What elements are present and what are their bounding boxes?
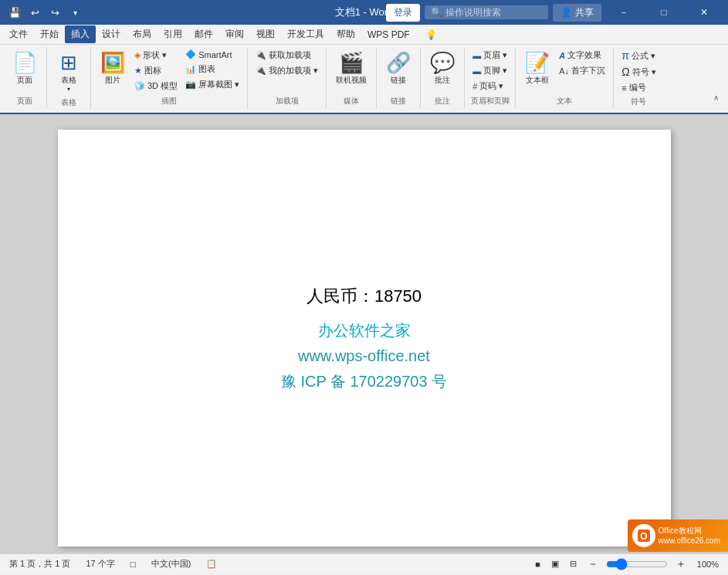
doc-line-website: www.wps-office.net	[281, 347, 447, 365]
equation-label: 公式 ▾	[631, 50, 655, 62]
3d-model-button[interactable]: 🧊 3D 模型	[131, 79, 181, 93]
comment-button[interactable]: 💬 批注	[425, 48, 459, 89]
picture-button[interactable]: 🖼️ 图片	[96, 48, 130, 89]
menu-wps-pdf[interactable]: WPS PDF	[361, 27, 416, 42]
page-info[interactable]: 第 1 页，共 1 页	[6, 558, 73, 570]
header-footer-group-title: 页眉和页脚	[471, 94, 510, 108]
textbox-label: 文本框	[526, 75, 549, 86]
ribbon-pages-items: 📄 页面	[8, 48, 42, 94]
zoom-in-button[interactable]: ＋	[672, 557, 689, 571]
restore-button[interactable]: □	[646, 0, 682, 25]
search-bar[interactable]: 🔍	[425, 5, 548, 19]
textbox-button[interactable]: 📝 文本框	[520, 48, 554, 89]
get-addins-button[interactable]: 🔌 获取加载项	[252, 48, 321, 63]
zoom-out-button[interactable]: －	[584, 557, 601, 571]
smartart-button[interactable]: 🔷 SmartArt	[182, 48, 242, 61]
menu-light-icon[interactable]: 💡	[419, 27, 443, 42]
view-print-button[interactable]: ■	[532, 560, 543, 569]
ribbon-group-links: 🔗 链接 链接	[377, 48, 421, 108]
share-button[interactable]: 👤 共享	[553, 4, 601, 22]
ribbon-comments-items: 💬 批注	[425, 48, 459, 94]
menu-review[interactable]: 审阅	[219, 25, 250, 43]
header-button[interactable]: ▬ 页眉 ▾	[469, 48, 510, 63]
menu-view[interactable]: 视图	[250, 25, 281, 43]
screenshot-button[interactable]: 📷 屏幕截图 ▾	[182, 77, 242, 92]
menu-help[interactable]: 帮助	[330, 25, 361, 43]
menu-file[interactable]: 文件	[3, 25, 34, 43]
shapes-icon: ◈	[134, 50, 141, 60]
save-button[interactable]: 💾	[6, 4, 23, 21]
illustrations-group-title: 插图	[161, 94, 177, 108]
menu-insert[interactable]: 插入	[65, 25, 96, 43]
numbering-button[interactable]: ≡ 编号	[618, 80, 659, 95]
title-bar-left: 💾 ↩ ↪ ▾	[6, 4, 83, 21]
equation-button[interactable]: π 公式 ▾	[618, 48, 659, 63]
office-logo-line1: Office教程网	[659, 526, 720, 536]
zoom-level[interactable]: 100%	[694, 560, 722, 569]
ribbon-collapse-button[interactable]: ∧	[709, 91, 722, 103]
minimize-button[interactable]: －	[606, 0, 642, 25]
wordart-button[interactable]: A 文字效果	[556, 48, 608, 63]
illustrations-col1: ◈ 形状 ▾ ★ 图标 🧊 3D 模型	[131, 48, 181, 93]
footer-button[interactable]: ▬ 页脚 ▾	[469, 63, 510, 78]
menu-references[interactable]: 引用	[157, 25, 188, 43]
menu-home[interactable]: 开始	[34, 25, 65, 43]
ribbon-media-items: 🎬 联机视频	[331, 48, 371, 94]
redo-button[interactable]: ↪	[46, 4, 63, 21]
close-button[interactable]: ✕	[686, 0, 722, 25]
ribbon-group-pages: 📄 页面 页面	[3, 48, 47, 108]
chart-icon: 📊	[185, 64, 196, 74]
share-icon: 👤	[560, 7, 572, 18]
table-icon: ⊞	[60, 51, 77, 75]
hyperlink-button[interactable]: 🔗 链接	[381, 48, 415, 89]
addins-group-title: 加载项	[276, 94, 299, 108]
document-page[interactable]: 人民币：18750 办公软件之家 www.wps-office.net 豫 IC…	[58, 130, 671, 546]
page-number-icon: #	[472, 82, 477, 91]
chart-label: 图表	[198, 63, 215, 75]
view-web-button[interactable]: ⊟	[567, 559, 580, 569]
illustrations-col2: 🔷 SmartArt 📊 图表 📷 屏幕截图 ▾	[182, 48, 242, 92]
menu-mailings[interactable]: 邮件	[188, 25, 219, 43]
icons-button[interactable]: ★ 图标	[131, 63, 181, 78]
status-bar: 第 1 页，共 1 页 17 个字 □ 中文(中国) 📋 ■ ▣ ⊟ － ＋ 1…	[0, 553, 728, 573]
screenshot-icon: 📷	[185, 79, 196, 90]
my-addins-button[interactable]: 🔌 我的加载项 ▾	[252, 63, 321, 78]
page-number-button[interactable]: # 页码 ▾	[469, 79, 510, 93]
view-read-button[interactable]: ▣	[548, 559, 562, 569]
menu-developer[interactable]: 开发工具	[281, 25, 330, 43]
zoom-slider[interactable]	[606, 558, 668, 570]
comment-icon: 💬	[430, 51, 455, 75]
title-bar-right: 登录 🔍 👤 共享 － □ ✕	[386, 0, 722, 25]
menu-design[interactable]: 设计	[96, 25, 127, 43]
table-button[interactable]: ⊞ 表格 ▾	[52, 48, 86, 96]
undo-button[interactable]: ↩	[26, 4, 43, 21]
ribbon-illustrations-items: 🖼️ 图片 ◈ 形状 ▾ ★ 图标 �	[96, 48, 242, 94]
status-left: 第 1 页，共 1 页 17 个字 □ 中文(中国) 📋	[6, 558, 220, 570]
header-label: 页眉 ▾	[483, 49, 507, 61]
my-addins-icon: 🔌	[256, 66, 266, 76]
doc-line-company: 办公软件之家	[281, 320, 447, 341]
page-button[interactable]: 📄 页面	[8, 48, 42, 89]
office-logo: O Office教程网 www.office26.com	[628, 519, 728, 552]
track-changes-icon[interactable]: 📋	[203, 559, 220, 569]
chart-button[interactable]: 📊 图表	[182, 62, 242, 76]
qat-more-button[interactable]: ▾	[66, 4, 83, 21]
dropcap-button[interactable]: A↓ 首字下沉	[556, 63, 608, 78]
menu-bar: 文件 开始 插入 设计 布局 引用 邮件 审阅 视图 开发工具 帮助 WPS P…	[0, 25, 728, 45]
numbering-icon: ≡	[621, 83, 626, 93]
ribbon-group-text: 📝 文本框 A 文字效果 A↓ 首字下沉 文本	[516, 48, 614, 108]
media-group-title: 媒体	[344, 94, 359, 108]
menu-layout[interactable]: 布局	[127, 25, 157, 43]
numbering-label: 编号	[629, 82, 646, 93]
shapes-button[interactable]: ◈ 形状 ▾	[131, 48, 181, 63]
3d-icon: 🧊	[134, 81, 145, 91]
online-video-button[interactable]: 🎬 联机视频	[331, 48, 371, 89]
3d-label: 3D 模型	[147, 80, 178, 92]
symbol-button[interactable]: Ω 符号 ▾	[618, 64, 659, 79]
word-count[interactable]: 17 个字	[83, 558, 117, 570]
footer-label: 页脚 ▾	[483, 65, 507, 76]
title-bar-center: 文档1 - Word	[335, 5, 394, 19]
search-input[interactable]	[445, 7, 538, 18]
ribbon-group-addins: 🔌 获取加载项 🔌 我的加载项 ▾ 加载项	[248, 48, 327, 108]
language-status[interactable]: 中文(中国)	[148, 558, 194, 570]
